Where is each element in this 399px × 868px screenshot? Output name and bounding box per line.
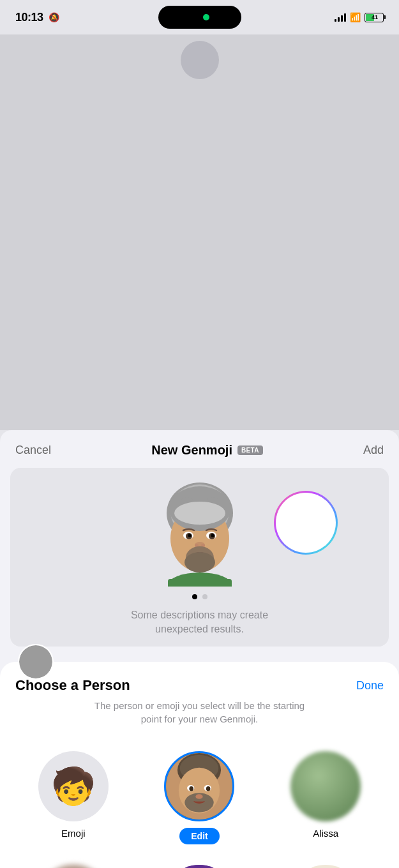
florian-avatar[interactable] xyxy=(38,865,109,868)
signal-bar-2 xyxy=(338,17,340,22)
dot-2 xyxy=(202,594,207,599)
bell-icon: 🔕 xyxy=(49,12,59,22)
svg-point-18 xyxy=(184,552,215,572)
edit-badge[interactable]: Edit xyxy=(179,828,219,844)
svg-point-12 xyxy=(211,534,214,537)
emoji-label: Emoji xyxy=(61,828,86,839)
bottom-sheet-header: Choose a Person Done xyxy=(0,662,399,699)
choose-person-title: Choose a Person xyxy=(15,677,130,694)
emoji-avatar[interactable]: 🧒 xyxy=(38,751,109,821)
memoji-small-avatar[interactable] xyxy=(290,865,361,868)
dynamic-island xyxy=(158,6,241,29)
battery-text: 41 xyxy=(366,14,384,20)
svg-point-28 xyxy=(206,786,211,791)
memoji-face-svg xyxy=(149,478,251,587)
sheet-title: New Genmoji xyxy=(151,443,232,458)
dynamic-island-dot xyxy=(203,14,209,20)
person-item-alissa[interactable]: Alissa xyxy=(262,741,389,855)
battery: 41 xyxy=(365,13,384,22)
person-item-tim-cook[interactable]: Tim Cook xyxy=(137,855,263,868)
beta-badge: BETA xyxy=(237,445,263,455)
selected-person-avatar[interactable] xyxy=(164,751,234,821)
svg-point-11 xyxy=(188,534,191,537)
dot-1 xyxy=(192,594,197,599)
done-button[interactable]: Done xyxy=(356,679,384,692)
background-sheet xyxy=(0,34,399,430)
svg-point-6 xyxy=(174,502,225,525)
person-item-florian[interactable]: Florian xyxy=(10,855,137,868)
alissa-label: Alissa xyxy=(313,828,338,839)
main-sheet: Cancel New Genmoji BETA Add xyxy=(0,430,399,868)
alissa-avatar[interactable] xyxy=(290,751,361,821)
person-item-emoji[interactable]: 🧒 Emoji xyxy=(10,741,137,855)
selected-wrapper xyxy=(164,751,234,821)
sheet-header: Cancel New Genmoji BETA Add xyxy=(0,430,399,468)
memoji-container xyxy=(10,478,389,587)
tim-cook-face xyxy=(164,865,234,868)
signal-bar-1 xyxy=(335,19,336,22)
svg-point-30 xyxy=(196,794,203,799)
person-grid: 🧒 Emoji xyxy=(0,741,399,868)
add-button[interactable]: Add xyxy=(363,444,384,457)
wifi-icon: 📶 xyxy=(350,12,361,22)
selected-person-face xyxy=(166,751,232,821)
emoji-face-icon: 🧒 xyxy=(51,765,96,807)
status-bar: 10:13 🔕 📶 41 xyxy=(0,0,399,34)
cancel-button[interactable]: Cancel xyxy=(15,444,51,457)
bottom-sheet: Choose a Person Done The person or emoji… xyxy=(0,662,399,868)
preview-area: Some descriptions may create unexpected … xyxy=(10,468,389,647)
partial-avatar xyxy=(18,644,54,680)
tim-cook-avatar[interactable] xyxy=(164,865,234,868)
choose-person-subtitle: The person or emoji you select will be t… xyxy=(0,699,399,741)
title-container: New Genmoji BETA xyxy=(151,443,262,458)
svg-rect-20 xyxy=(168,579,232,587)
signal-bar-4 xyxy=(344,13,346,22)
status-icons: 📶 41 xyxy=(335,12,384,22)
dots-indicator xyxy=(192,594,207,599)
status-time: 10:13 xyxy=(15,11,43,24)
preview-description: Some descriptions may create unexpected … xyxy=(112,608,287,637)
signal-bar-3 xyxy=(341,15,343,22)
person-item-selected[interactable]: Edit xyxy=(137,741,263,855)
signal-bars xyxy=(335,13,346,22)
svg-point-31 xyxy=(164,865,234,868)
bg-avatar xyxy=(181,41,219,79)
svg-point-27 xyxy=(190,786,194,791)
person-item-memoji-small[interactable] xyxy=(262,855,389,868)
ai-circle xyxy=(274,491,338,555)
